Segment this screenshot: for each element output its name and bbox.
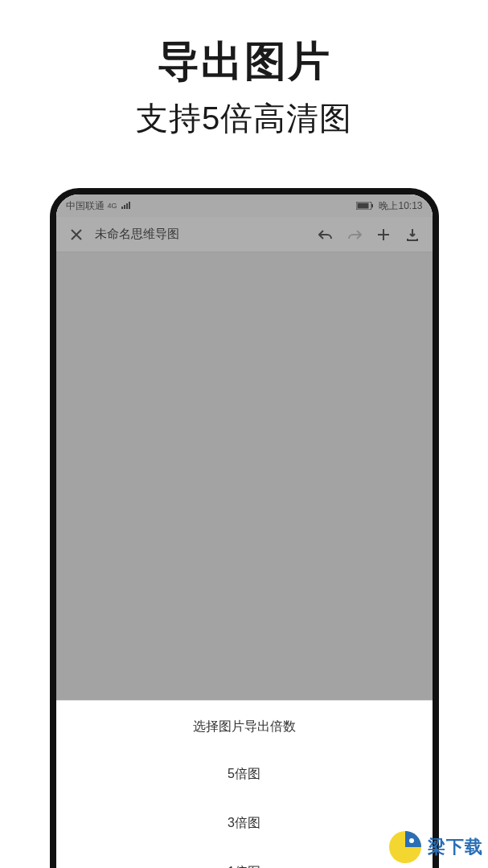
phone-screen: 中国联通 4G 晚上10:13 未命名思维导图 xyxy=(56,194,433,868)
svg-point-4 xyxy=(409,838,414,843)
modal-dim-overlay[interactable] xyxy=(56,194,433,700)
export-option-5x[interactable]: 5倍图 xyxy=(56,750,433,799)
add-button[interactable] xyxy=(373,224,394,245)
export-option-3x[interactable]: 3倍图 xyxy=(56,799,433,848)
signal-icon xyxy=(121,202,132,210)
watermark-text: 梁下载 xyxy=(428,835,483,859)
carrier-label: 中国联通 xyxy=(66,199,105,213)
sheet-title: 选择图片导出倍数 xyxy=(56,701,433,750)
close-button[interactable] xyxy=(66,224,87,245)
promo-subtitle: 支持5倍高清图 xyxy=(0,96,488,141)
export-bottom-sheet: 选择图片导出倍数 5倍图 3倍图 1倍图 xyxy=(56,700,433,868)
export-option-1x[interactable]: 1倍图 xyxy=(56,848,433,868)
export-button[interactable] xyxy=(402,224,423,245)
document-title: 未命名思维导图 xyxy=(95,227,307,242)
watermark: 梁下载 xyxy=(383,826,488,868)
redo-button[interactable] xyxy=(344,224,365,245)
svg-rect-1 xyxy=(358,203,369,209)
phone-frame: 中国联通 4G 晚上10:13 未命名思维导图 xyxy=(50,188,439,868)
battery-icon xyxy=(356,202,374,210)
network-label: 4G xyxy=(108,202,117,210)
clock-label: 晚上10:13 xyxy=(379,199,422,213)
status-bar: 中国联通 4G 晚上10:13 xyxy=(56,194,433,217)
undo-button[interactable] xyxy=(315,224,336,245)
promo-title: 导出图片 xyxy=(0,34,488,90)
app-toolbar: 未命名思维导图 xyxy=(56,217,433,252)
watermark-logo-icon xyxy=(388,829,423,865)
svg-rect-2 xyxy=(371,204,373,207)
dimmed-background-area: 中国联通 4G 晚上10:13 未命名思维导图 xyxy=(56,194,433,700)
